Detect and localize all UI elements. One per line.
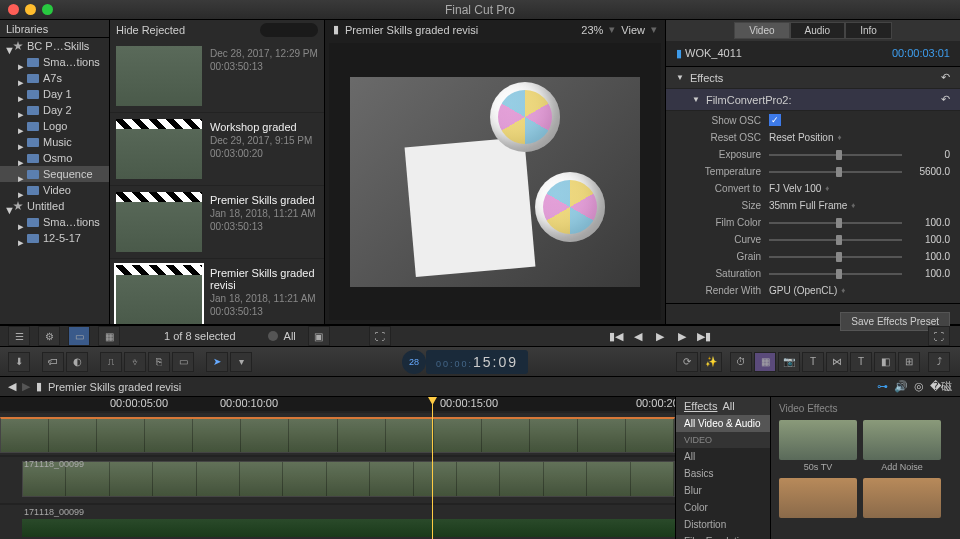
browser-clip[interactable]: Workshop gradedDec 29, 2017, 9:15 PM00:0… [110,113,324,186]
event-item[interactable]: ▸Logo [0,118,109,134]
retiming-icon[interactable]: ⏱ [730,352,752,372]
slider[interactable] [769,273,902,275]
effect-category[interactable]: Color [676,499,770,516]
param-value[interactable]: 0 [910,149,950,160]
disclosure-icon[interactable]: ▸ [18,76,23,81]
library-item[interactable]: ▼Untitled [0,198,109,214]
window-max[interactable] [42,4,53,15]
timeline-area[interactable]: 00:00:05:0000:00:10:0000:00:15:0000:00:2… [0,397,675,539]
prev-edit-button[interactable]: ▮◀ [607,328,625,344]
next-edit-button[interactable]: ▶▮ [695,328,713,344]
effects-group[interactable]: All Video & Audio [676,415,770,432]
effect-category[interactable]: Distortion [676,516,770,533]
list-view-icon[interactable]: ☰ [8,326,30,346]
timeline-back-icon[interactable]: ◀ [8,380,16,393]
transitions-icon[interactable]: ⋈ [826,352,848,372]
titles-icon[interactable]: T [802,352,824,372]
audio-skim-icon[interactable]: 🔊 [894,380,908,393]
backgrounds-icon[interactable]: ⊞ [898,352,920,372]
slider[interactable] [769,239,902,241]
window-min[interactable] [25,4,36,15]
slider[interactable] [769,222,902,224]
video-clip[interactable] [22,461,675,497]
clip-thumbnail[interactable] [116,119,202,179]
append-icon[interactable]: ⎘ [148,352,170,372]
effect-item[interactable] [779,478,857,520]
filter-all[interactable]: All [284,330,296,342]
grid-view-icon[interactable]: ▦ [98,326,120,346]
insert-icon[interactable]: ⎀ [124,352,146,372]
overwrite-icon[interactable]: ▭ [172,352,194,372]
param-value[interactable]: 100.0 [910,234,950,245]
inspector-tab-audio[interactable]: Audio [790,22,846,39]
skimming-icon[interactable]: ⊶ [877,380,888,393]
viewer-view-menu[interactable]: View [621,24,645,36]
disclosure-icon[interactable]: ▼ [4,204,9,209]
event-item[interactable]: ▸12-5-17 [0,230,109,246]
keyword-icon[interactable]: ▣ [308,326,330,346]
audio-clip[interactable] [22,519,675,537]
solo-icon[interactable]: ◎ [914,380,924,393]
effect-category[interactable]: Basics [676,465,770,482]
dashboard-icon[interactable]: 28 [402,350,426,374]
slider[interactable] [769,256,902,258]
disclosure-icon[interactable]: ▸ [18,220,23,225]
clip-thumbnail[interactable] [116,265,202,324]
dropdown[interactable]: GPU (OpenCL) ♦ [769,285,845,296]
browser-clip[interactable]: Premier Skills graded revisiJan 18, 2018… [110,259,324,324]
chevron-down-icon[interactable]: ▼ [676,73,684,82]
inspector-tab-info[interactable]: Info [845,22,892,39]
event-item[interactable]: ▸Day 1 [0,86,109,102]
event-item[interactable]: ▸Video [0,182,109,198]
effect-category[interactable]: Blur [676,482,770,499]
search-input[interactable] [260,23,318,37]
next-frame-button[interactable]: ▶ [673,328,691,344]
timecode-display[interactable]: 00:00:15:09 [426,350,528,374]
preview-frame[interactable] [350,77,640,287]
filmstrip-view-icon[interactable]: ▭ [68,326,90,346]
disclosure-icon[interactable]: ▸ [18,156,23,161]
themes-icon[interactable]: ◧ [874,352,896,372]
arrow-tool-icon[interactable]: ➤ [206,352,228,372]
tool-menu-icon[interactable]: ▾ [230,352,252,372]
event-item[interactable]: ▸Sequence [0,166,109,182]
disclosure-icon[interactable]: ▸ [18,108,23,113]
generators-icon[interactable]: T [850,352,872,372]
disclosure-icon[interactable]: ▸ [18,140,23,145]
play-button[interactable]: ▶ [651,328,669,344]
video-clip[interactable] [0,417,675,453]
filter-dot-icon[interactable] [268,331,278,341]
param-value[interactable]: 5600.0 [910,166,950,177]
tag-icon[interactable]: 🏷 [42,352,64,372]
clip-thumbnail[interactable] [116,46,202,106]
photos-icon[interactable]: 📷 [778,352,800,372]
clip-thumbnail[interactable] [116,192,202,252]
hide-rejected-menu[interactable]: Hide Rejected [116,24,185,36]
window-close[interactable] [8,4,19,15]
viewer-zoom[interactable]: 23% [581,24,603,36]
dropdown[interactable]: 35mm Full Frame ♦ [769,200,855,211]
param-value[interactable]: 100.0 [910,251,950,262]
retime-icon[interactable]: ⟳ [676,352,698,372]
snap-icon[interactable]: �磁 [930,379,952,394]
undo-icon[interactable]: ↶ [941,71,950,84]
import-icon[interactable]: ⬇ [8,352,30,372]
undo-icon[interactable]: ↶ [941,93,950,106]
gear-icon[interactable]: ⚙ [38,326,60,346]
disclosure-icon[interactable]: ▸ [18,236,23,241]
effect-category[interactable]: All [676,448,770,465]
fullscreen-icon[interactable]: ⛶ [928,326,950,346]
prev-frame-button[interactable]: ◀ [629,328,647,344]
event-item[interactable]: ▸A7s [0,70,109,86]
param-value[interactable]: 100.0 [910,217,950,228]
share-icon[interactable]: ⤴ [928,352,950,372]
event-item[interactable]: ▸Sma…tions [0,214,109,230]
param-value[interactable]: 100.0 [910,268,950,279]
connect-icon[interactable]: ⎍ [100,352,122,372]
disclosure-icon[interactable]: ▸ [18,124,23,129]
disclosure-icon[interactable]: ▸ [18,172,23,177]
disclosure-icon[interactable]: ▸ [18,188,23,193]
event-item[interactable]: ▸Sma…tions [0,54,109,70]
all-tab[interactable]: All [722,400,734,412]
enhance-icon[interactable]: ✨ [700,352,722,372]
